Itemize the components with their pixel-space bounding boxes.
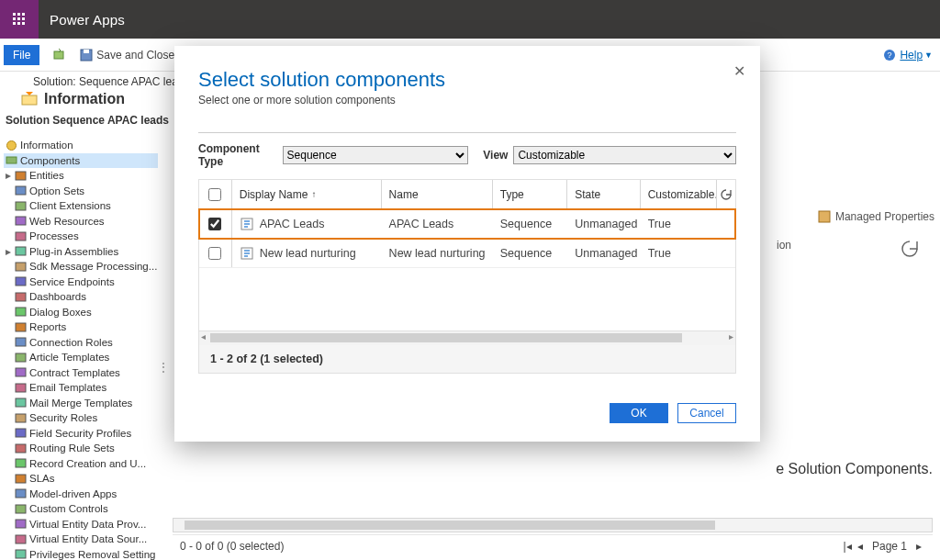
- sequence-icon: [240, 217, 254, 231]
- ok-button[interactable]: OK: [610, 403, 668, 423]
- grid-horizontal-scrollbar[interactable]: ◂ ▸: [199, 330, 735, 345]
- cell-display-name: New lead nurturing: [260, 247, 356, 260]
- grid-row[interactable]: New lead nurturingNew lead nurturingSequ…: [199, 239, 735, 268]
- sequence-icon: [240, 246, 254, 261]
- cell-type: Sequence: [493, 209, 567, 238]
- scrollbar-thumb[interactable]: [210, 333, 682, 342]
- scroll-left-icon[interactable]: ◂: [201, 331, 206, 342]
- grid-row[interactable]: APAC LeadsAPAC LeadsSequenceUnmanagedTru…: [199, 209, 735, 239]
- view-label: View: [483, 149, 508, 162]
- row-checkbox[interactable]: [208, 218, 221, 230]
- cell-state: Unmanaged: [567, 239, 640, 267]
- select-all-checkbox[interactable]: [208, 188, 221, 201]
- select-components-dialog: ✕ Select solution components Select one …: [174, 46, 760, 442]
- sort-asc-icon: ↑: [311, 189, 316, 199]
- cell-name: APAC Leads: [382, 209, 493, 238]
- cell-type: Sequence: [493, 239, 567, 267]
- component-type-label: Component Type: [198, 142, 277, 168]
- cell-customizable: True: [641, 209, 717, 238]
- cell-customizable: True: [641, 239, 717, 267]
- dialog-close-button[interactable]: ✕: [733, 62, 745, 80]
- component-type-select[interactable]: Sequence: [283, 146, 469, 164]
- col-display-name[interactable]: Display Name↑: [232, 180, 382, 208]
- col-name[interactable]: Name: [382, 180, 493, 208]
- components-grid: Display Name↑ Name Type State Customizab…: [198, 179, 736, 374]
- grid-footer: 1 - 2 of 2 (1 selected): [199, 345, 735, 373]
- col-type[interactable]: Type: [493, 180, 567, 208]
- cell-display-name: APAC Leads: [260, 218, 325, 230]
- col-state[interactable]: State: [567, 180, 640, 208]
- view-select[interactable]: Customizable: [513, 146, 736, 164]
- cancel-button[interactable]: Cancel: [677, 403, 736, 423]
- dialog-title: Select solution components: [198, 68, 736, 92]
- dialog-subtitle: Select one or more solution components: [198, 94, 736, 106]
- col-customizable[interactable]: Customizable...: [641, 180, 717, 208]
- dialog-overlay: ✕ Select solution components Select one …: [0, 0, 940, 560]
- cell-state: Unmanaged: [567, 209, 640, 238]
- grid-header-row: Display Name↑ Name Type State Customizab…: [199, 180, 735, 209]
- refresh-icon: [720, 188, 733, 201]
- cell-name: New lead nurturing: [382, 239, 493, 267]
- grid-refresh-button[interactable]: [717, 188, 735, 201]
- row-checkbox[interactable]: [208, 247, 221, 260]
- scroll-right-icon[interactable]: ▸: [729, 331, 733, 342]
